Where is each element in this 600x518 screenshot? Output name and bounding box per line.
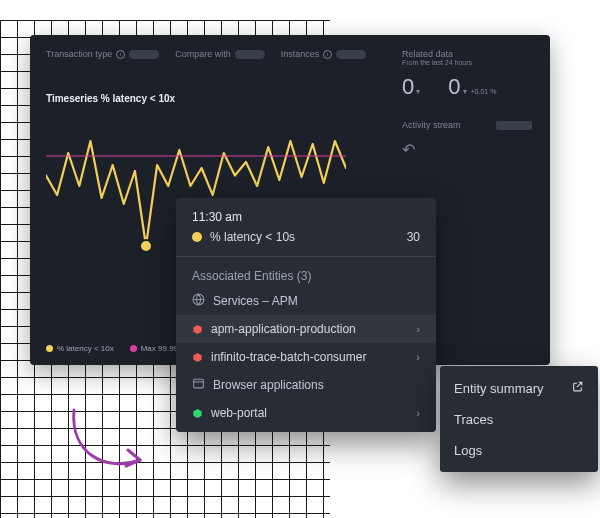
related-metric-1[interactable]: 0▾	[402, 74, 420, 100]
filter-instances[interactable]: Instances i	[281, 49, 367, 59]
chart-title: Timeseries % latency < 10x	[46, 93, 346, 104]
legend-item-2: Max 99.99	[130, 344, 178, 353]
filter-pill	[336, 50, 366, 59]
chevron-right-icon: ›	[416, 407, 420, 419]
chevron-right-icon: ›	[416, 323, 420, 335]
svg-marker-3	[193, 352, 201, 361]
hexagon-icon	[192, 352, 203, 363]
group-browser: Browser applications	[176, 371, 436, 399]
external-link-icon	[571, 380, 584, 396]
browser-icon	[192, 377, 205, 393]
series-dot-icon	[192, 232, 202, 242]
tooltip-time: 11:30 am	[192, 210, 420, 224]
undo-icon[interactable]: ↶	[402, 140, 532, 159]
submenu-logs[interactable]: Logs	[440, 435, 598, 466]
filter-label: Compare with	[175, 49, 231, 59]
filter-label: Transaction type	[46, 49, 112, 59]
chevron-down-icon: ▾	[463, 87, 467, 96]
entity-infinito-trace-batch-consumer[interactable]: infinito-trace-batch-consumer ›	[176, 343, 436, 371]
info-icon: i	[323, 50, 332, 59]
related-title: Related data	[402, 49, 532, 59]
group-services: Services – APM	[176, 287, 436, 315]
svg-marker-5	[193, 408, 201, 417]
svg-marker-2	[193, 324, 201, 333]
tooltip-metric-label: % latency < 10s	[210, 230, 295, 244]
entity-label: apm-application-production	[211, 322, 356, 336]
entity-label: web-portal	[211, 406, 267, 420]
entity-web-portal[interactable]: web-portal ›	[176, 399, 436, 432]
filter-pill	[235, 50, 265, 59]
entities-heading: Associated Entities (3)	[192, 269, 420, 283]
legend-item-1: % latency < 10x	[46, 344, 114, 353]
hexagon-icon	[192, 408, 203, 419]
activity-bar	[496, 121, 532, 130]
legend-dot-icon	[130, 345, 137, 352]
activity-stream-label: Activity stream	[402, 120, 461, 130]
related-subtitle: From the last 24 hours	[402, 59, 532, 66]
entity-apm-application-production[interactable]: apm-application-production ›	[176, 315, 436, 343]
related-metric-2[interactable]: 0▾+0.01 %	[448, 74, 496, 100]
datapoint-popover: 11:30 am % latency < 10s 30 Associated E…	[176, 198, 436, 432]
callout-arrow-icon	[62, 400, 152, 490]
filter-label: Instances	[281, 49, 320, 59]
chart-legend: % latency < 10x Max 99.99	[46, 344, 178, 353]
submenu-traces[interactable]: Traces	[440, 404, 598, 435]
entity-submenu: Entity summary Traces Logs	[440, 366, 598, 472]
related-data-panel: Related data From the last 24 hours 0▾ 0…	[402, 49, 532, 159]
info-icon: i	[116, 50, 125, 59]
chevron-right-icon: ›	[416, 351, 420, 363]
submenu-entity-summary[interactable]: Entity summary	[440, 372, 598, 404]
hexagon-icon	[192, 324, 203, 335]
filter-transaction-type[interactable]: Transaction type i	[46, 49, 159, 59]
tooltip-metric-value: 30	[407, 230, 420, 244]
chevron-down-icon: ▾	[416, 87, 420, 96]
filter-compare-with[interactable]: Compare with	[175, 49, 265, 59]
globe-icon	[192, 293, 205, 309]
svg-point-0	[140, 240, 152, 252]
entity-label: infinito-trace-batch-consumer	[211, 350, 366, 364]
legend-dot-icon	[46, 345, 53, 352]
svg-rect-4	[194, 379, 204, 388]
filter-pill	[129, 50, 159, 59]
